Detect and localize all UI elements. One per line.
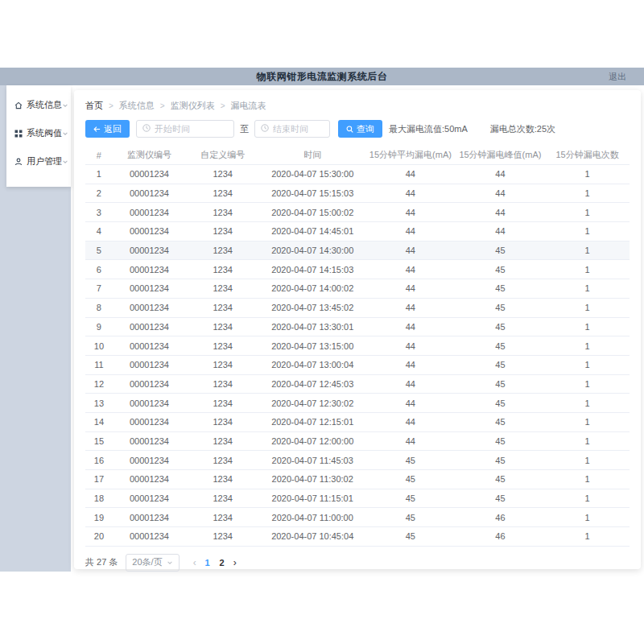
table-row[interactable]: 190000123412342020-04-07 11:00:0045461 [85, 508, 630, 527]
logout-button[interactable]: 退出 [609, 68, 626, 85]
sidebar-item-system-threshold[interactable]: 系统阀值 [6, 119, 71, 147]
sidebar-item-label: 系统阀值 [27, 127, 62, 139]
table-row[interactable]: 60000123412342020-04-07 14:15:0344451 [85, 260, 630, 279]
table-row[interactable]: 80000123412342020-04-07 13:45:0244451 [85, 299, 630, 318]
to-label: 至 [240, 123, 249, 135]
table-cell: 45 [456, 436, 546, 446]
table-row[interactable]: 30000123412342020-04-07 15:00:0244441 [85, 203, 630, 222]
table-cell: 1234 [186, 169, 259, 179]
table-cell: 4 [85, 226, 113, 236]
user-icon [14, 158, 23, 166]
sidebar: 系统信息 系统阀值 用户管理 [0, 85, 71, 572]
chevron-down-icon [62, 159, 68, 165]
search-icon [346, 126, 353, 133]
table-row[interactable]: 180000123412342020-04-07 11:15:0145451 [85, 489, 630, 509]
breadcrumb-separator: > [221, 101, 225, 110]
table-cell: 00001234 [113, 226, 186, 236]
breadcrumb-separator: > [109, 101, 114, 110]
table-row[interactable]: 100000123412342020-04-07 13:15:0044451 [85, 336, 630, 356]
table-cell: 44 [456, 226, 546, 236]
table-cell: 44 [456, 169, 546, 179]
table-cell: 9 [85, 322, 113, 332]
column-header-index: # [85, 151, 113, 160]
table-row[interactable]: 110000123412342020-04-07 13:00:0444451 [85, 356, 630, 375]
table-cell: 00001234 [113, 417, 186, 427]
table-cell: 45 [365, 513, 456, 522]
back-button[interactable]: 返回 [85, 120, 130, 138]
breadcrumb-monitor-list[interactable]: 监测仪列表 [171, 100, 215, 112]
table-cell: 1 [545, 513, 630, 522]
page-number-1[interactable]: 1 [200, 558, 215, 568]
table-row[interactable]: 200000123412342020-04-07 10:45:0445461 [85, 527, 630, 547]
table-cell: 1 [545, 283, 630, 293]
table-cell: 14 [85, 417, 113, 427]
page-size-select[interactable]: 20条/页 [126, 554, 179, 572]
table-row[interactable]: 170000123412342020-04-07 11:30:0245451 [85, 470, 630, 489]
start-time-input[interactable] [136, 120, 234, 138]
table-cell: 1 [545, 226, 630, 236]
page-number-2[interactable]: 2 [215, 558, 229, 568]
table-cell: 16 [85, 456, 113, 465]
table-cell: 44 [365, 226, 456, 236]
table-cell: 1 [545, 398, 630, 408]
sidebar-item-label: 用户管理 [27, 155, 62, 167]
table-cell: 1234 [186, 341, 259, 351]
start-time-field[interactable] [155, 124, 228, 134]
table-cell: 00001234 [113, 398, 186, 408]
table-cell: 1234 [186, 417, 259, 427]
sidebar-item-user-management[interactable]: 用户管理 [6, 147, 71, 175]
table-row[interactable]: 120000123412342020-04-07 12:45:0344451 [85, 375, 630, 394]
table-cell: 1234 [186, 456, 259, 465]
end-time-input[interactable] [254, 120, 330, 138]
table-row[interactable]: 70000123412342020-04-07 14:00:0244451 [85, 279, 630, 299]
end-time-field[interactable] [273, 124, 324, 134]
table-cell: 1 [545, 188, 630, 198]
grid-icon [14, 130, 23, 138]
search-button[interactable]: 查询 [338, 120, 382, 138]
table-cell: 1 [545, 246, 630, 255]
table-cell: 1 [545, 531, 630, 541]
table-cell: 13 [85, 398, 113, 408]
table-cell: 1234 [186, 283, 259, 293]
table-row[interactable]: 40000123412342020-04-07 14:45:0144441 [85, 222, 630, 242]
table-cell: 1234 [186, 322, 259, 332]
table-row[interactable]: 90000123412342020-04-07 13:30:0144451 [85, 318, 630, 337]
column-header-time: 时间 [259, 149, 365, 161]
column-header-leakage-count: 15分钟漏电次数 [545, 149, 630, 161]
breadcrumb-system-info[interactable]: 系统信息 [119, 100, 155, 112]
table-cell: 00001234 [113, 474, 186, 484]
next-page-button[interactable]: › [229, 557, 241, 568]
table-cell: 1234 [186, 379, 259, 389]
table-cell: 00001234 [113, 322, 186, 332]
table-cell: 44 [365, 436, 456, 446]
table-row[interactable]: 50000123412342020-04-07 14:30:0044451 [85, 242, 630, 261]
table-cell: 1234 [186, 303, 259, 312]
table-cell: 45 [456, 341, 546, 351]
table-cell: 1234 [186, 360, 259, 369]
table-cell: 44 [365, 303, 456, 312]
table-row[interactable]: 160000123412342020-04-07 11:45:0345451 [85, 451, 630, 470]
table-cell: 1234 [186, 265, 259, 275]
table-cell: 19 [85, 513, 113, 522]
app-title: 物联网钳形电流监测系统后台 [257, 70, 388, 84]
table-row[interactable]: 130000123412342020-04-07 12:30:0244451 [85, 394, 630, 413]
table-cell: 2020-04-07 15:30:00 [259, 169, 365, 179]
table-cell: 1 [545, 169, 630, 179]
table-row[interactable]: 20000123412342020-04-07 15:15:0344441 [85, 184, 630, 204]
content-card: 首页 > 系统信息 > 监测仪列表 > 漏电流表 返回 至 [74, 90, 641, 569]
sidebar-item-system-info[interactable]: 系统信息 [6, 91, 71, 119]
table-cell: 12 [85, 379, 113, 389]
breadcrumb-home[interactable]: 首页 [85, 100, 103, 112]
table-cell: 6 [85, 265, 113, 275]
table-cell: 44 [365, 169, 456, 179]
table-cell: 18 [85, 493, 113, 503]
table-cell: 11 [85, 360, 113, 369]
table-cell: 2020-04-07 12:30:02 [259, 398, 365, 408]
column-header-monitor-id: 监测仪编号 [113, 149, 186, 161]
prev-page-button[interactable]: ‹ [189, 557, 200, 568]
table-cell: 1234 [186, 531, 259, 541]
table-row[interactable]: 10000123412342020-04-07 15:30:0044441 [85, 165, 630, 184]
table-row[interactable]: 140000123412342020-04-07 12:15:0144451 [85, 413, 630, 432]
table-row[interactable]: 150000123412342020-04-07 12:00:0044451 [85, 432, 630, 452]
pagination-total: 共 27 条 [85, 556, 118, 568]
